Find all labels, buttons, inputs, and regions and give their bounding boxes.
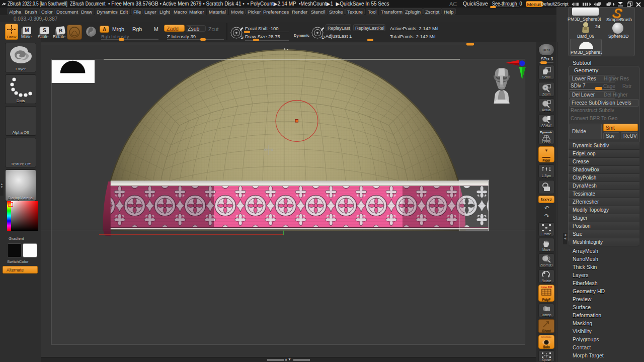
svg-text:+: +	[544, 85, 547, 90]
svg-text:S: S	[240, 35, 244, 40]
svg-text:D: D	[321, 35, 325, 40]
